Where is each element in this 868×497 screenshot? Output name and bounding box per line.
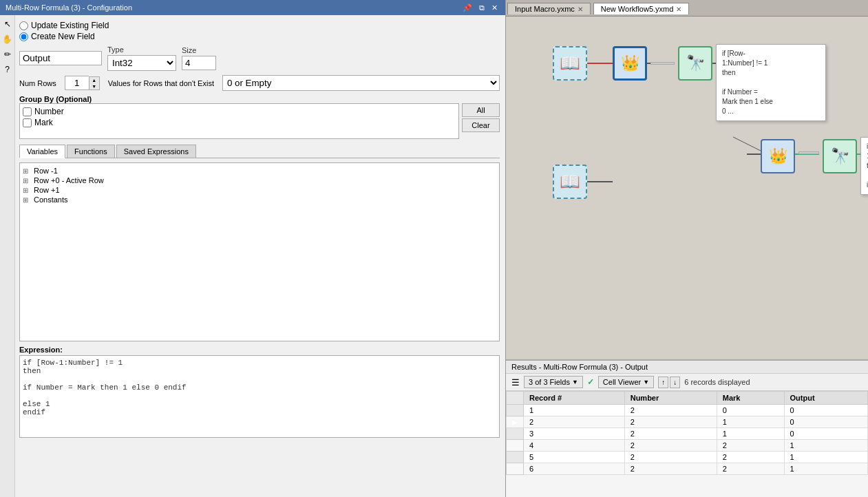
values-select[interactable]: 0 or Empty Null Row 1 Last Row	[222, 75, 500, 91]
variable-tabs: Variables Functions Saved Expressions	[19, 145, 500, 158]
workflow-canvas[interactable]: 📖 👑 🔭 if [Row-1:Number] != 1thenif Numbe…	[506, 17, 868, 359]
num-rows-spinners: ▲ ▼	[89, 76, 100, 90]
table-row: 1 2 0 0	[507, 405, 868, 416]
node-browse-2[interactable]: 🔭	[823, 139, 857, 173]
update-existing-option[interactable]: Update Existing Field	[19, 21, 500, 30]
expand-icon-row-minus1: ⊞	[23, 167, 31, 175]
node-browse-1[interactable]: 🔭	[678, 46, 712, 81]
update-existing-radio[interactable]	[19, 21, 28, 30]
create-new-option[interactable]: Create New Field	[19, 32, 500, 41]
col-header-number: Number	[624, 392, 717, 405]
tab-input-macro-close[interactable]: ✕	[578, 6, 583, 13]
tree-item-constants[interactable]: ⊞ Constants	[23, 195, 496, 204]
row-indicator-4	[507, 440, 524, 452]
close-button[interactable]: ✕	[489, 3, 500, 12]
left-sidebar: ↖ ✋ ✏ ?	[0, 15, 15, 497]
cell-number-3: 2	[624, 428, 717, 440]
expression-textarea[interactable]: if [Row-1:Number] != 1 then if Number = …	[19, 355, 500, 438]
hand-icon[interactable]: ✋	[1, 33, 14, 45]
help-icon[interactable]: ?	[1, 63, 14, 76]
all-button[interactable]: All	[462, 103, 500, 117]
table-row: 6 2 2 1	[507, 463, 868, 475]
cursor-icon[interactable]: ↖	[1, 18, 14, 30]
tab-functions[interactable]: Functions	[67, 145, 115, 158]
fields-button[interactable]: 3 of 3 Fields ▼	[524, 376, 583, 388]
cell-record-4: 4	[524, 440, 625, 452]
float-button[interactable]: ⧉	[477, 3, 487, 12]
cell-number-2: 2	[624, 416, 717, 428]
tree-item-row-active[interactable]: ⊞ Row +0 - Active Row	[23, 176, 496, 185]
size-input[interactable]	[182, 56, 216, 70]
expression-label: Expression:	[19, 346, 500, 354]
cell-number-5: 2	[624, 452, 717, 463]
size-label: Size	[182, 46, 216, 54]
num-rows-up[interactable]: ▲	[89, 77, 99, 83]
config-area: Update Existing Field Create New Field T…	[0, 15, 505, 497]
viewer-button[interactable]: Cell Viewer ▼	[598, 376, 654, 388]
pin-button[interactable]: 📌	[461, 3, 474, 12]
type-section: Type Int32 Int64 Double String	[107, 45, 176, 71]
table-header-row: Record # Number Mark Output	[507, 392, 868, 405]
cell-mark-5: 2	[717, 452, 784, 463]
values-label: Values for Rows that don't Exist	[108, 79, 214, 87]
type-select[interactable]: Int32 Int64 Double String	[107, 55, 176, 71]
sort-asc-button[interactable]: ↑	[658, 377, 668, 388]
tab-new-workflow-label: New Workflow5.yxmd	[601, 5, 674, 13]
cell-output-4: 1	[784, 440, 867, 452]
group-by-buttons: All Clear	[462, 103, 500, 132]
col-header-mark: Mark	[717, 392, 784, 405]
create-new-radio[interactable]	[19, 32, 28, 41]
results-toolbar: ☰ 3 of 3 Fields ▼ ✓ Cell Viewer ▼ ↑ ↓ 6 …	[506, 374, 868, 391]
tab-saved-expressions[interactable]: Saved Expressions	[116, 145, 196, 158]
workflow-tabs-bar: Input Macro.yxmc ✕ New Workflow5.yxmd ✕	[506, 0, 868, 17]
results-table: Record # Number Mark Output 1 2 0 0	[506, 391, 868, 497]
type-label: Type	[107, 45, 176, 54]
formula-tooltip-2: if [Row-1:Number] != 1thenif Number =	[860, 137, 868, 195]
connector-pipe	[650, 62, 675, 65]
field-name-input[interactable]	[19, 51, 102, 65]
check-icon: ✓	[587, 377, 594, 387]
title-controls: 📌 ⧉ ✕	[461, 3, 500, 12]
group-by-number[interactable]: Number	[23, 107, 456, 116]
cell-mark-6: 2	[717, 463, 784, 475]
group-by-mark[interactable]: Mark	[23, 118, 456, 127]
col-header-output: Output	[784, 392, 867, 405]
group-by-mark-label: Mark	[34, 118, 53, 127]
node-input-2[interactable]: 📖	[553, 165, 587, 199]
table-row: 5 2 2 1	[507, 452, 868, 463]
cell-output-3: 0	[784, 428, 867, 440]
pencil-icon[interactable]: ✏	[1, 48, 14, 61]
cell-record-1: 1	[524, 405, 625, 416]
tab-input-macro[interactable]: Input Macro.yxmc ✕	[507, 3, 591, 14]
col-header-record: Record #	[524, 392, 625, 405]
tab-new-workflow-close[interactable]: ✕	[676, 6, 681, 13]
update-existing-label: Update Existing Field	[31, 21, 109, 30]
field-mode-group: Update Existing Field Create New Field	[19, 21, 500, 41]
data-table: Record # Number Mark Output 1 2 0 0	[506, 391, 868, 475]
results-panel: Results - Multi-Row Formula (3) - Output…	[506, 359, 868, 497]
tree-item-row-plus1[interactable]: ⊞ Row +1	[23, 185, 496, 195]
sort-desc-button[interactable]: ↓	[670, 377, 680, 388]
tree-item-row-minus1[interactable]: ⊞ Row -1	[23, 166, 496, 176]
group-by-number-checkbox[interactable]	[23, 107, 32, 116]
variables-tree: ⊞ Row -1 ⊞ Row +0 - Active Row ⊞ Row +1 …	[19, 162, 500, 341]
node-formula-2[interactable]: 👑	[761, 139, 795, 173]
group-by-list-wrapper: Number Mark	[19, 103, 459, 139]
fields-dropdown-arrow: ▼	[572, 379, 578, 385]
clear-button[interactable]: Clear	[462, 118, 500, 132]
window-title: Multi-Row Formula (3) - Configuration	[6, 3, 132, 12]
cell-number-4: 2	[624, 440, 717, 452]
tree-label-row-minus1: Row -1	[34, 167, 58, 175]
tab-new-workflow[interactable]: New Workflow5.yxmd ✕	[593, 3, 690, 14]
node-input-1[interactable]: 📖	[553, 46, 587, 81]
tree-label-row-plus1: Row +1	[34, 186, 60, 194]
tab-variables[interactable]: Variables	[19, 145, 65, 158]
group-by-mark-checkbox[interactable]	[23, 118, 32, 127]
cell-record-3: 3	[524, 428, 625, 440]
num-rows-down[interactable]: ▼	[89, 83, 99, 89]
list-icon: ☰	[511, 377, 520, 388]
connector-pipe-2	[798, 151, 819, 154]
row-arrow-2: ▶	[507, 416, 524, 428]
node-formula-selected[interactable]: 👑	[613, 46, 647, 81]
num-rows-input[interactable]	[65, 76, 89, 90]
